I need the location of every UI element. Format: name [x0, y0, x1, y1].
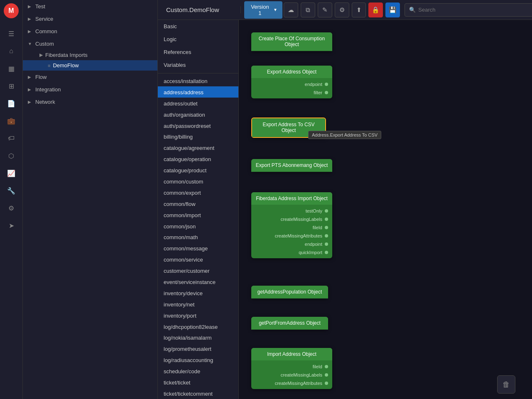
node-fiberdata-address-import[interactable]: Fiberdata Address Import Object testOnly… [251, 192, 332, 258]
edit-button[interactable]: ✎ [318, 2, 332, 17]
nav-icon-tag[interactable]: 🏷 [4, 131, 19, 146]
content-area: Basic Logic References Variables access/… [158, 20, 532, 399]
sidebar-label-flow: Flow [35, 74, 149, 80]
dropdown-item-log-nokia-isamalarm[interactable]: log/nokia/isamalarm [158, 332, 238, 343]
sidebar-item-flow[interactable]: ▶ Flow + [23, 71, 157, 83]
node-import-address[interactable]: Import Address Object fileId createMissi… [251, 348, 332, 389]
dropdown-item-customer-customer[interactable]: customer/customer [158, 265, 238, 276]
node-field-createmissinglabels2: createMissingLabels [251, 371, 332, 379]
node-create-poc-title: Create Place Of Consumption Object [251, 32, 332, 51]
dropdown-item-common-math[interactable]: common/math [158, 231, 238, 242]
nav-icon-plane[interactable]: ➤ [4, 218, 19, 233]
copy-button[interactable]: ⧉ [301, 2, 315, 17]
version-label: Version 1 [249, 4, 271, 16]
sidebar-item-integration[interactable]: ▶ Integration + [23, 83, 157, 95]
dropdown-item-common-export[interactable]: common/export [158, 187, 238, 198]
version-button[interactable]: Version 1 ▼ [244, 1, 282, 19]
dropdown-item-auth-passwordreset[interactable]: auth/passwordreset [158, 120, 238, 131]
node-get-port-from-address-title: getPortFromAddress Object [251, 317, 328, 330]
tree-arrow-service: ▶ [28, 17, 34, 21]
sidebar-item-demoflow[interactable]: ≡ DemoFlow [23, 60, 157, 71]
node-get-address-population[interactable]: getAddressPopulation Object [251, 286, 328, 299]
nav-icon-document[interactable]: 📄 [4, 96, 19, 111]
node-export-address-csv[interactable]: Export Address To CSV Object Address.Exp… [251, 117, 326, 138]
lock-button[interactable]: 🔒 [368, 2, 383, 17]
nav-icon-hub[interactable]: ⬡ [4, 148, 19, 163]
tree-arrow-flow: ▶ [28, 75, 34, 79]
dropdown-item-common-json[interactable]: common/json [158, 220, 238, 232]
dropdown-item-auth-organisation[interactable]: auth/organisation [158, 109, 238, 120]
node-field-endpoint: endpoint [251, 80, 332, 88]
sidebar-item-common[interactable]: ▶ Common + [23, 25, 157, 37]
node-export-address[interactable]: Export Address Object endpoint filter [251, 66, 332, 98]
dropdown-item-common-custom[interactable]: common/custom [158, 176, 238, 187]
dropdown-item-log-dhcpoption82lease[interactable]: log/dhcpoption82lease [158, 321, 238, 332]
export-button[interactable]: ⬆ [352, 2, 366, 17]
dropdown-item-catalogue-agreement[interactable]: catalogue/agreement [158, 142, 238, 153]
sidebar-item-service[interactable]: ▶ Service + [23, 12, 157, 25]
dropdown-item-inventory-net[interactable]: inventory/net [158, 299, 238, 310]
dropdown-item-address-outlet[interactable]: address/outlet [158, 98, 238, 109]
dropdown-item-common-flow[interactable]: common/flow [158, 198, 238, 209]
nav-icon-wrench[interactable]: 🔧 [4, 183, 19, 198]
sidebar-item-test[interactable]: ▶ Test + [23, 0, 157, 12]
dropdown-cat-variables[interactable]: Variables [158, 59, 238, 71]
dropdown-cat-basic[interactable]: Basic [158, 20, 238, 33]
dropdown-item-catalogue-product[interactable]: catalogue/product [158, 164, 238, 176]
cloud-button[interactable]: ☁ [284, 2, 298, 17]
toolbar: Version 1 ▼ ☁ ⧉ ✎ ⚙ ⬆ 🔒 💾 🔍 👤 [241, 1, 532, 19]
sidebar-label-integration: Integration [35, 86, 149, 93]
dropdown-cat-references[interactable]: References [158, 46, 238, 59]
icon-sidebar: M ☰ ⌂ ▦ ⊞ 📄 💼 🏷 ⬡ 📈 🔧 ⚙ ➤ [0, 0, 23, 399]
sidebar-item-network[interactable]: ▶ Network + [23, 95, 157, 108]
nav-icon-home[interactable]: ⌂ [4, 44, 19, 59]
tree-arrow-demoflow: ≡ [48, 63, 50, 68]
node-field-createmissingattributes2: createMissingAttributes [251, 379, 332, 387]
tree-arrow-custom: ▼ [28, 42, 34, 46]
dropdown-item-billing-billing[interactable]: billing/billing [158, 131, 238, 142]
nav-icon-chart[interactable]: ▦ [4, 61, 19, 76]
node-fiberdata-body: testOnly createMissingLabels fileId crea… [251, 205, 332, 258]
tree-arrow-network: ▶ [28, 100, 34, 104]
node-field-testonly: testOnly [251, 207, 332, 215]
dropdown-item-common-message[interactable]: common/message [158, 242, 238, 254]
nav-icon-analytics[interactable]: 📈 [4, 166, 19, 181]
dropdown-item-common-import[interactable]: common/import [158, 209, 238, 220]
save-button[interactable]: 💾 [385, 2, 400, 17]
dropdown-item-inventory-port[interactable]: inventory/port [158, 310, 238, 321]
node-get-port-from-address[interactable]: getPortFromAddress Object [251, 317, 328, 330]
dropdown-item-catalogue-operation[interactable]: catalogue/operation [158, 153, 238, 164]
config-button[interactable]: ⚙ [335, 2, 349, 17]
dropdown-item-access-installation[interactable]: access/installation [158, 75, 238, 86]
dropdown-item-event-serviceinstance[interactable]: event/serviceinstance [158, 276, 238, 287]
canvas-area[interactable]: Create Place Of Consumption Object Expor… [239, 20, 532, 399]
dropdown-item-log-radiusaccounting[interactable]: log/radiusaccounting [158, 354, 238, 365]
node-export-address-title: Export Address Object [251, 66, 332, 78]
dropdown-cat-logic[interactable]: Logic [158, 33, 238, 46]
dropdown-item-address-address[interactable]: address/address [158, 86, 238, 98]
dropdown-item-inventory-device[interactable]: inventory/device [158, 287, 238, 299]
version-chevron: ▼ [273, 7, 277, 12]
node-field-createmissinglabels: createMissingLabels [251, 215, 332, 223]
search-input[interactable] [418, 7, 532, 13]
node-field-filter: filter [251, 88, 332, 97]
node-create-poc[interactable]: Create Place Of Consumption Object [251, 32, 332, 51]
app-logo[interactable]: M [4, 3, 19, 18]
node-export-pts-title: Export PTS Abonnemang Object [251, 159, 332, 172]
dropdown-item-log-prometheusalert[interactable]: log/prometheusalert [158, 343, 238, 354]
dropdown-item-common-service[interactable]: common/service [158, 254, 238, 265]
node-export-pts[interactable]: Export PTS Abonnemang Object [251, 159, 332, 172]
node-import-address-body: fileId createMissingLabels createMissing… [251, 361, 332, 389]
dropdown-item-ticket-ticketcomment[interactable]: ticket/ticketcomment [158, 388, 238, 399]
trash-button[interactable]: 🗑 [497, 375, 515, 394]
sidebar-item-fiberdata-imports[interactable]: ▶ Fiberdata Imports [23, 50, 157, 60]
nav-icon-briefcase[interactable]: 💼 [4, 113, 19, 128]
dropdown-item-scheduler-code[interactable]: scheduler/code [158, 365, 238, 377]
sidebar-label-network: Network [35, 99, 149, 105]
nav-icon-gear[interactable]: ⚙ [4, 201, 19, 215]
hamburger-button[interactable]: ☰ [4, 26, 19, 41]
sidebar-item-custom[interactable]: ▼ Custom + [23, 37, 157, 50]
sidebar-label-common: Common [35, 28, 149, 34]
dropdown-item-ticket-ticket[interactable]: ticket/ticket [158, 377, 238, 388]
nav-icon-blocks[interactable]: ⊞ [4, 78, 19, 93]
